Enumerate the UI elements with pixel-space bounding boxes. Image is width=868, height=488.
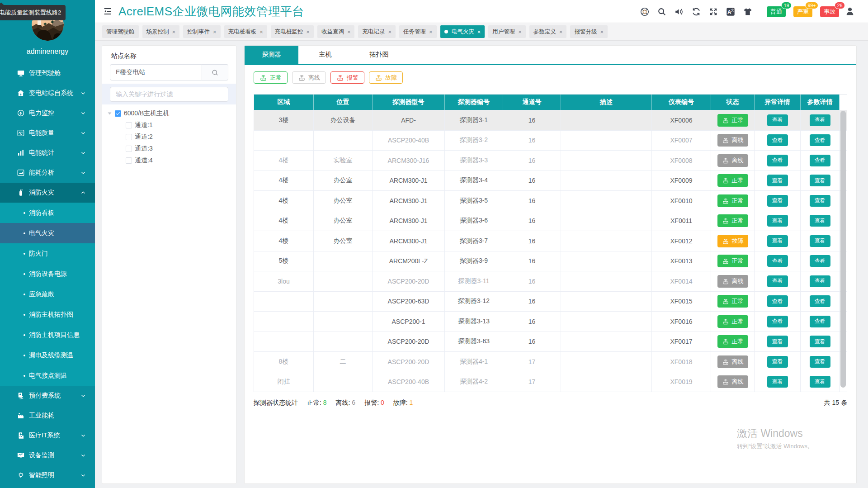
work-tab-充电桩看板[interactable]: 充电桩看板× <box>224 25 267 38</box>
close-icon[interactable]: × <box>559 28 563 35</box>
filter-button-正常[interactable]: 正常 <box>254 71 288 84</box>
view-button[interactable]: 查看 <box>810 134 830 146</box>
checkbox-unchecked[interactable] <box>126 157 132 164</box>
theme-icon[interactable] <box>743 7 753 17</box>
close-icon[interactable]: × <box>388 28 392 35</box>
table-row[interactable]: 5楼ARCM200L-Z探测器3-916XF0013正常查看查看 <box>254 251 847 271</box>
tree-node-通道:3[interactable]: 通道:3 <box>102 143 236 155</box>
sidebar-item-消防火灾[interactable]: 消防火灾 <box>0 183 95 203</box>
filter-button-故障[interactable]: 故障 <box>369 71 403 84</box>
table-row[interactable]: 4楼办公室ARCM300-J1探测器3-716XF0012故障查看查看 <box>254 231 847 251</box>
station-name-input[interactable] <box>110 64 202 81</box>
checkbox-unchecked[interactable] <box>126 146 132 152</box>
close-icon[interactable]: × <box>600 28 604 35</box>
work-tab-控制事件[interactable]: 控制事件× <box>183 25 221 38</box>
sidebar-subitem-应急疏散[interactable]: 应急疏散 <box>0 284 95 304</box>
checkbox-unchecked[interactable] <box>126 122 132 128</box>
sidebar-subitem-防火门[interactable]: 防火门 <box>0 243 95 264</box>
checkbox-checked[interactable] <box>115 110 121 117</box>
view-button[interactable]: 查看 <box>810 316 830 327</box>
work-tab-场景控制[interactable]: 场景控制× <box>142 25 180 38</box>
alarm-button-严重[interactable]: 严重99+ <box>793 6 812 17</box>
close-icon[interactable]: × <box>347 28 351 35</box>
work-tab-用户管理[interactable]: 用户管理× <box>488 25 526 38</box>
view-button[interactable]: 查看 <box>810 235 830 247</box>
filter-button-离线[interactable]: 离线 <box>292 71 326 84</box>
work-tab-管理驾驶舱[interactable]: 管理驾驶舱 <box>102 25 139 38</box>
tree-filter-input[interactable] <box>110 87 228 102</box>
close-icon[interactable]: × <box>429 28 433 35</box>
tree-node-通道:4[interactable]: 通道:4 <box>102 155 236 166</box>
table-scrollbar[interactable] <box>840 111 846 388</box>
sidebar-item-智能照明[interactable]: 智能照明 <box>0 465 95 485</box>
table-row[interactable]: 4楼办公室ARCM300-J1探测器3-516XF0010正常查看查看 <box>254 190 847 211</box>
table-row[interactable]: 3louASCP200-20D探测器3-1116XF0014离线查看查看 <box>254 271 847 291</box>
work-tab-收益查询[interactable]: 收益查询× <box>317 25 355 38</box>
tab-拓扑图[interactable]: 拓扑图 <box>352 46 406 64</box>
table-row[interactable]: ASCP200-20D探测器3-6316XF0017正常查看查看 <box>254 332 847 352</box>
fullscreen-icon[interactable] <box>708 7 718 17</box>
view-button[interactable]: 查看 <box>810 295 830 307</box>
alarm-button-普通[interactable]: 普通19 <box>767 6 786 17</box>
sidebar-item-工业能耗[interactable]: 工业能耗 <box>0 406 95 426</box>
tree-node-通道:1[interactable]: 通道:1 <box>102 119 236 131</box>
table-row[interactable]: ASCP200-1探测器3-1316XF0016正常查看查看 <box>254 311 847 332</box>
view-button[interactable]: 查看 <box>767 175 788 186</box>
search-icon[interactable] <box>657 7 667 17</box>
sidebar-item-电力监控[interactable]: 电力监控 <box>0 103 95 123</box>
close-icon[interactable]: × <box>259 28 263 35</box>
table-row[interactable]: ASCP200-63D探测器3-1216XF0015正常查看查看 <box>254 291 847 312</box>
view-button[interactable]: 查看 <box>767 155 788 166</box>
view-button[interactable]: 查看 <box>767 356 788 368</box>
close-icon[interactable]: × <box>172 28 176 35</box>
close-icon[interactable]: × <box>518 28 522 35</box>
table-row[interactable]: 闭挂ASCP200-40B探测器4-217XF0019离线查看查看 <box>254 372 847 392</box>
table-row[interactable]: 4楼实验室ARCM300-J16探测器3-316XF0008离线查看查看 <box>254 150 847 171</box>
view-button[interactable]: 查看 <box>810 336 830 347</box>
view-button[interactable]: 查看 <box>767 215 788 227</box>
checkbox-unchecked[interactable] <box>126 134 132 140</box>
sidebar-item-电能统计[interactable]: 电能统计 <box>0 143 95 163</box>
table-row[interactable]: 4楼办公室ARCM300-J1探测器3-616XF0011正常查看查看 <box>254 211 847 231</box>
sidebar-subitem-消防主机拓扑图[interactable]: 消防主机拓扑图 <box>0 304 95 325</box>
view-button[interactable]: 查看 <box>767 114 788 126</box>
close-icon[interactable]: × <box>213 28 217 35</box>
filter-button-报警[interactable]: 报警 <box>330 71 364 84</box>
view-button[interactable]: 查看 <box>810 114 830 126</box>
view-button[interactable]: 查看 <box>810 376 830 388</box>
sidebar-subitem-电气火灾[interactable]: 电气火灾 <box>0 223 95 243</box>
sidebar-item-预付费系统[interactable]: 预付费系统 <box>0 386 95 406</box>
table-row[interactable]: ASCP200-40B探测器3-216XF0007离线查看查看 <box>254 130 847 151</box>
work-tab-任务管理[interactable]: 任务管理× <box>399 25 437 38</box>
caret-down-icon[interactable] <box>108 113 112 115</box>
view-button[interactable]: 查看 <box>767 255 788 267</box>
view-button[interactable]: 查看 <box>767 275 788 287</box>
view-button[interactable]: 查看 <box>767 336 788 347</box>
volume-icon[interactable] <box>674 7 684 17</box>
view-button[interactable]: 查看 <box>767 195 788 207</box>
sidebar-item-变电站综自系统[interactable]: 变电站综自系统 <box>0 83 95 103</box>
table-row[interactable]: 3楼办公设备AFD-探测器3-116XF0006正常查看查看 <box>254 110 847 130</box>
view-button[interactable]: 查看 <box>767 134 788 146</box>
sidebar-item-管理驾驶舱[interactable]: 管理驾驶舱 <box>0 63 95 83</box>
view-button[interactable]: 查看 <box>810 195 830 207</box>
tab-主机[interactable]: 主机 <box>298 46 352 64</box>
view-button[interactable]: 查看 <box>810 155 830 166</box>
work-tab-参数定义[interactable]: 参数定义× <box>529 25 567 38</box>
work-tab-充电桩监控[interactable]: 充电桩监控× <box>271 25 314 38</box>
view-button[interactable]: 查看 <box>810 215 830 227</box>
work-tab-充电记录[interactable]: 充电记录× <box>358 25 396 38</box>
view-button[interactable]: 查看 <box>767 235 788 247</box>
help-icon[interactable] <box>640 7 650 17</box>
work-tab-报警分级[interactable]: 报警分级× <box>570 25 608 38</box>
translate-icon[interactable]: A 文 <box>726 7 736 17</box>
view-button[interactable]: 查看 <box>810 255 830 267</box>
view-button[interactable]: 查看 <box>810 356 830 368</box>
tree-node-root[interactable]: 6000/B主机主机 <box>102 108 236 119</box>
view-button[interactable]: 查看 <box>810 175 830 186</box>
sidebar-subitem-消防设备电源[interactable]: 消防设备电源 <box>0 264 95 284</box>
sidebar-item-设备监测[interactable]: 设备监测 <box>0 445 95 465</box>
station-search-button[interactable] <box>202 64 228 81</box>
view-button[interactable]: 查看 <box>767 376 788 388</box>
table-row[interactable]: 8楼二ASCP200-20D探测器4-117XF0018离线查看查看 <box>254 351 847 372</box>
